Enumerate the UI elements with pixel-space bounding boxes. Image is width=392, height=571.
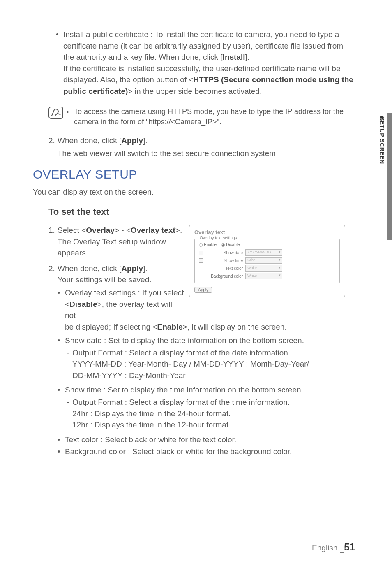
disable-kw: Disable [69,300,97,309]
fieldset-legend: Overlay text settings [198,236,239,240]
to-set-text-heading: To set the text [48,207,355,217]
text: >, it will display on the screen. [183,323,287,331]
text-color-bullet: • Text color : Select black or white for… [58,434,355,446]
overlay-text-settings-bullet: • Overlay text settings : If you select … [58,287,185,321]
bullet-text: Background color : Select black or white… [65,446,355,457]
bg-color-row: Background color White [199,273,335,279]
text: When done, click [ [58,264,121,273]
step-2-apply: 2. When done, click [Apply]. [48,135,355,146]
install-cert-text: Install a public certificate : To instal… [63,29,355,97]
show-date-dash: - Output Format : Select a display forma… [67,347,355,381]
overlay-text-screenshot: Overlay text Overlay text settings Enabl… [189,225,345,297]
step-1-sub: The Overlay Text setup window appears. [58,237,166,258]
bullet-dot: • [56,29,63,97]
note-bullet-mark: ▪ [67,107,74,116]
text: >. [175,226,182,234]
step-text: When done, click [Apply]. Your settings … [58,263,185,286]
step-number: 1. [48,225,58,259]
text: Output Format : Select a display format … [72,348,290,357]
text: > in the upper side becomes activated. [128,87,262,95]
show-time-checkbox[interactable] [199,258,203,263]
text-color-row: Text color White [199,265,335,272]
step-number: 2. [48,263,58,286]
overlay-text-settings-fieldset: Overlay text settings Enable Disable Sho… [194,239,340,283]
bullet-text: Show time : Set to display the time info… [65,384,355,396]
side-tab-bar [387,113,392,240]
step-2: 2. When done, click [Apply]. Your settin… [48,263,185,286]
bullet-dot: • [58,287,65,321]
bg-color-label: Background color [206,274,245,279]
footer-page: 51 [344,541,355,552]
show-time-select[interactable]: 24hr [245,257,282,264]
text: be displayed; If selecting < [65,323,157,331]
apply-kw: Apply [121,264,143,273]
step-number: 2. [48,135,58,146]
radio-disable[interactable] [221,243,225,247]
show-time-row: Show time 24hr [199,257,335,264]
bullet-text: Show date : Set to display the date info… [65,335,355,346]
bullet-text: Overlay text settings : If you select <D… [65,287,185,321]
text: ]. [245,53,250,61]
bullet-dot: • [58,434,65,446]
step-2-subtext: The web viewer will switch to the set se… [58,148,355,159]
show-date-bullet: • Show date : Set to display the date in… [58,335,355,346]
side-tab-label: SETUP SCREEN [379,117,385,164]
bullet-dot: • [58,446,65,457]
bullet-dot: • [58,384,65,396]
footer-sep: _ [340,543,344,553]
overlay-text-kw: Overlay text [131,226,175,234]
dash: - [67,397,72,431]
show-date-checkbox[interactable] [199,251,203,255]
text: DD-MM-YYYY : Day-Month-Year [72,371,186,380]
step-1: 1. Select <Overlay> - <Overlay text>. Th… [48,225,185,259]
text: When done, click [ [58,136,121,145]
radio-enable-label: Enable [204,242,217,247]
page-footer: English _51 [312,541,355,553]
overlay-text-settings-cont: be displayed; If selecting <Enable>, it … [65,321,355,333]
bullet-text: Text color : Select black or white for t… [65,434,355,446]
enable-kw: Enable [157,323,182,331]
text: ]. [143,136,148,145]
show-date-row: Show date YYYY-MM-DD [199,249,335,256]
note-row: ▪ To access the camera using HTTPS mode,… [48,107,355,127]
radio-disable-label: Disable [226,242,240,247]
radio-enable[interactable] [199,243,203,247]
show-date-select[interactable]: YYYY-MM-DD [245,249,282,256]
text: 12hr : Displays the time in the 12-hour … [72,420,231,429]
text: ]. [143,264,148,273]
text: Select < [58,226,86,234]
overlay-intro: You can display text on the screen. [33,186,355,198]
text-color-label: Text color [206,266,245,271]
show-time-dash: - Output Format : Select a display forma… [67,397,355,431]
show-time-bullet: • Show time : Set to display the time in… [58,384,355,396]
step-text: Select <Overlay> - <Overlay text>. The O… [58,225,185,259]
text-color-select[interactable]: White [245,265,282,272]
step-2-sub: Your settings will be saved. [58,275,151,284]
note-text: To access the camera using HTTPS mode, y… [74,107,355,127]
bg-color-bullet: • Background color : Select black or whi… [58,446,355,457]
dash-text: Output Format : Select a display format … [72,397,355,431]
text: Install a public certificate : To instal… [63,30,343,61]
enable-disable-row: Enable Disable [199,242,335,247]
show-time-label: Show time [206,258,245,263]
screenshot-title: Overlay text [194,229,340,235]
apply-keyword: Apply [121,136,143,145]
dash-text: Output Format : Select a display format … [72,347,355,381]
footer-lang: English [312,543,337,552]
show-date-label: Show date [206,251,245,255]
overlay-setup-heading: OVERLAY SETUP [33,167,355,181]
apply-button[interactable]: Apply [194,287,212,293]
install-keyword: Install [223,53,245,61]
side-tab: ● SETUP SCREEN [379,113,392,240]
text: > - < [115,226,131,234]
note-icon [48,107,67,121]
text: Output Format : Select a display format … [72,398,290,406]
step-text: When done, click [Apply]. [58,135,355,146]
bg-color-select[interactable]: White [245,273,282,279]
install-cert-bullet: • Install a public certificate : To inst… [56,29,355,97]
bullet-dot: • [58,335,65,346]
text: YYYY-MM-DD : Year-Month- Day / MM-DD-YYY… [72,360,309,368]
dash: - [67,347,72,381]
text: 24hr : Displays the time in the 24-hour … [72,409,231,418]
overlay-kw: Overlay [86,226,115,234]
